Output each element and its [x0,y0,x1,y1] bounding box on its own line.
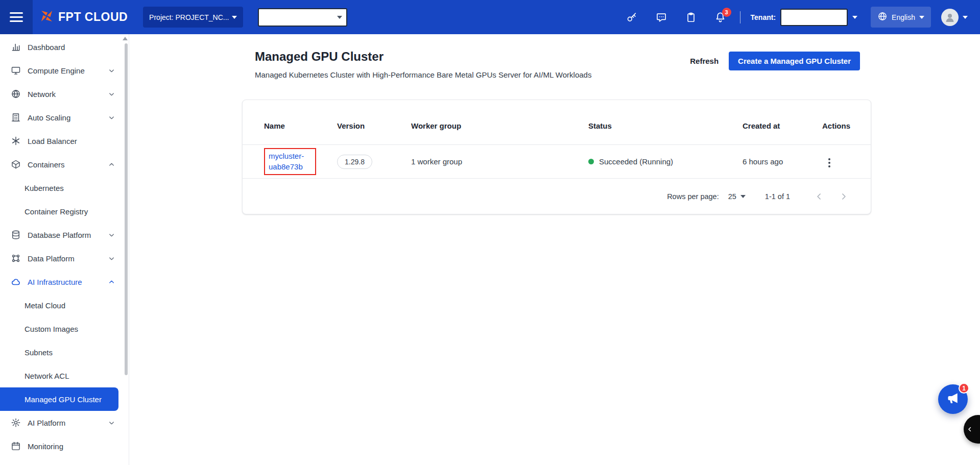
chevron-down-icon [108,231,115,239]
pagination-bar: Rows per page: 25 1-1 of 1 [243,179,871,214]
user-menu[interactable] [941,9,968,26]
sidebar-item-kubernetes[interactable]: Kubernetes [0,176,129,200]
announcement-count-badge: 1 [959,383,969,394]
clipboard-icon[interactable] [685,11,697,23]
topbar-search-box[interactable] [258,8,347,27]
column-header-name: Name [264,121,337,130]
sidebar-item-managed-gpu-cluster[interactable]: Managed GPU Cluster [0,387,118,411]
cluster-table-card: Name Version Worker group Status Created… [242,100,871,214]
page-title: Managed GPU Cluster [255,50,591,64]
sidebar-item-monitoring[interactable]: Monitoring [0,434,129,458]
chevron-down-icon [963,16,968,19]
database-icon [10,230,21,240]
sidebar-item-compute-engine[interactable]: Compute Engine [0,59,129,82]
sidebar-item-label: Managed GPU Cluster [25,395,102,404]
topbar-divider [740,11,740,23]
sidebar-item-data-platform[interactable]: Data Platform [0,247,129,270]
project-selector[interactable]: Project: PROJECT_NC... [143,7,243,28]
language-selector[interactable]: English [871,7,931,28]
topbar: FPT CLOUD Project: PROJECT_NC... [0,0,980,34]
notification-count-badge: 3 [722,8,731,17]
sidebar-item-network[interactable]: Network [0,82,129,106]
sidebar-item-label: Dashboard [28,43,65,52]
sidebar-scrollbar[interactable] [125,43,128,375]
chevron-down-icon [919,16,924,19]
pagination-range-label: 1-1 of 1 [765,192,790,201]
column-header-actions: Actions [822,121,861,130]
rows-per-page-label: Rows per page: [667,192,719,201]
chevron-down-icon [108,255,115,262]
sidebar-item-container-registry[interactable]: Container Registry [0,200,129,223]
monitor-icon [10,65,21,76]
topbar-right-group: 3 Tenant: English [626,7,968,28]
sidebar-item-load-balancer[interactable]: Load Balancer [0,129,129,153]
column-header-status: Status [588,121,743,130]
sidebar-item-label: Network [28,90,56,99]
cluster-name-link[interactable]: mycluster-uab8e73b [269,151,312,172]
chevron-down-icon[interactable] [337,16,342,19]
tenant-input[interactable] [780,9,848,26]
chevron-down-icon [108,90,115,98]
fpt-logo-icon [40,9,54,25]
rows-per-page-select[interactable]: 25 [728,192,746,201]
sidebar-item-label: Load Balancer [28,137,77,145]
hamburger-icon [10,10,23,25]
sidebar-item-auto-scaling[interactable]: Auto Scaling [0,106,129,129]
hamburger-menu-button[interactable] [0,0,33,34]
scrollbar-up-arrow[interactable] [123,37,128,40]
project-selector-label: Project: PROJECT_NC... [149,13,229,21]
tenant-label: Tenant: [751,13,776,21]
dashboard-chart-icon [10,42,21,53]
avatar [941,9,959,26]
sidebar-item-label: Compute Engine [28,66,85,75]
logo-text: FPT CLOUD [58,10,128,24]
row-actions-menu-icon[interactable] [825,155,833,170]
sidebar-item-database-platform[interactable]: Database Platform [0,223,129,247]
refresh-button[interactable]: Refresh [690,57,719,65]
sidebar-item-containers[interactable]: Containers [0,153,129,176]
column-header-created-at: Created at [743,121,822,130]
sidebar-item-label: Auto Scaling [28,113,70,122]
key-icon[interactable] [626,11,638,23]
sidebar-item-subnets[interactable]: Subnets [0,340,129,364]
sidebar-item-metal-cloud[interactable]: Metal Cloud [0,293,129,317]
fpt-cloud-logo[interactable]: FPT CLOUD [40,9,128,25]
sidebar-item-network-acl[interactable]: Network ACL [0,364,129,387]
status-label: Succeeded (Running) [599,157,673,166]
main-content: Managed GPU Cluster Managed Kubernetes C… [129,34,980,465]
chevron-left-icon [966,426,973,433]
next-page-button[interactable] [837,190,850,203]
status-cell: Succeeded (Running) [588,157,743,166]
sidebar-item-label: AI Platform [28,419,65,427]
sidebar-item-label: Data Platform [28,254,75,263]
sidebar: Dashboard Compute Engine Network Auto Sc… [0,34,129,465]
sidebar-item-ai-platform[interactable]: AI Platform [0,411,129,434]
chevron-down-icon [108,114,115,121]
chevron-down-icon [740,195,746,198]
sidebar-item-ai-infrastructure[interactable]: AI Infrastructure [0,270,129,293]
globe-icon [10,89,21,100]
chevron-down-icon[interactable] [852,16,857,19]
column-header-worker-group: Worker group [411,121,588,130]
announcements-button[interactable]: 1 [938,384,968,414]
chevron-down-icon [232,16,237,19]
calendar-icon [10,441,21,452]
sidebar-item-label: Subnets [25,348,53,357]
sidebar-item-dashboard[interactable]: Dashboard [0,35,129,59]
create-cluster-button[interactable]: Create a Managed GPU Cluster [729,52,860,70]
globe-icon [877,11,888,23]
notifications-bell-icon[interactable]: 3 [714,11,727,23]
search-input[interactable] [263,13,337,21]
version-badge: 1.29.8 [337,155,372,169]
package-icon [10,159,21,170]
sidebar-item-label: Network ACL [25,372,69,380]
sidebar-item-label: Monitoring [28,442,63,451]
table-row: mycluster-uab8e73b 1.29.8 1 worker group… [243,145,871,179]
sidebar-item-custom-images[interactable]: Custom Images [0,317,129,340]
chat-icon[interactable] [655,11,667,23]
sidebar-item-label: Metal Cloud [25,301,65,310]
rows-per-page-value: 25 [728,192,736,201]
chevron-down-icon [108,67,115,75]
previous-page-button[interactable] [812,190,826,203]
created-at-cell: 6 hours ago [743,157,822,166]
